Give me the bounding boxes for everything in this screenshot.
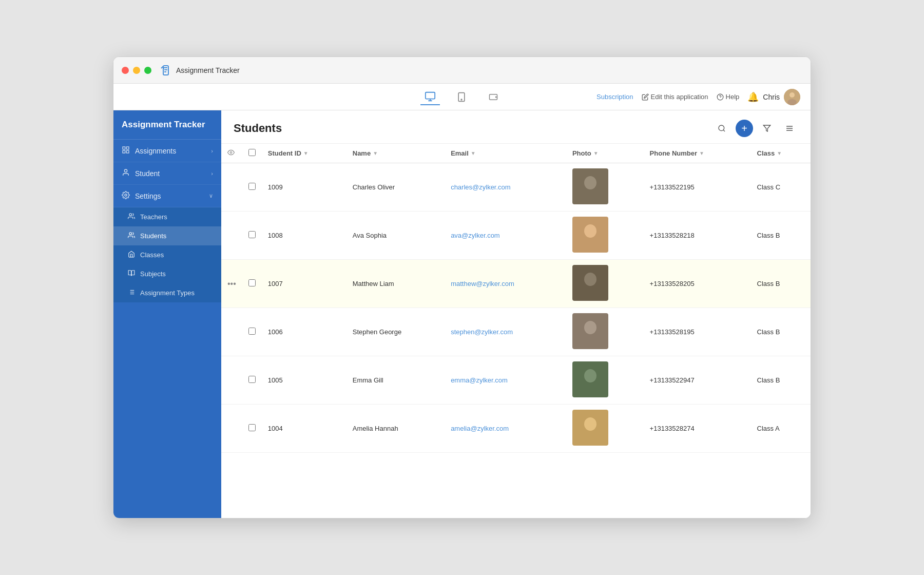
titlebar-app-name: Assignment Tracker: [176, 66, 240, 74]
filter-button[interactable]: [758, 120, 776, 137]
row-email: emma@zylker.com: [445, 356, 566, 405]
minimize-button[interactable]: [133, 67, 140, 74]
sidebar-item-assignment-types[interactable]: Assignment Types: [113, 283, 221, 302]
col-name[interactable]: Name ▼: [346, 144, 445, 163]
sidebar-item-teachers[interactable]: Teachers: [113, 207, 221, 226]
svg-point-4: [496, 97, 497, 98]
select-all-checkbox[interactable]: [248, 149, 256, 156]
sidebar-item-classes[interactable]: Classes: [113, 245, 221, 264]
row-email-link[interactable]: emma@zylker.com: [451, 376, 508, 384]
row-email-link[interactable]: charles@zylker.com: [451, 183, 511, 191]
settings-icon: [122, 191, 130, 201]
row-more-icon[interactable]: •••: [227, 328, 236, 337]
student-photo: [572, 410, 608, 446]
row-more-icon[interactable]: •••: [227, 183, 236, 192]
help-label: Help: [726, 93, 740, 101]
row-checkbox-cell: [242, 405, 262, 453]
row-email-link[interactable]: ava@zylker.com: [451, 232, 500, 239]
col-phone[interactable]: Phone Number ▼: [644, 144, 751, 163]
svg-point-14: [125, 194, 127, 196]
topbar-center: [420, 89, 504, 105]
subscription-link[interactable]: Subscription: [596, 93, 633, 101]
row-photo: [566, 260, 644, 308]
table-row[interactable]: ••• 1009 Charles Oliver charles@zylker.c…: [221, 163, 811, 212]
device-tablet-portrait-icon[interactable]: [452, 89, 471, 105]
device-tablet-landscape-icon[interactable]: [483, 90, 504, 104]
sidebar-subjects-label: Subjects: [140, 270, 166, 278]
svg-point-23: [719, 125, 724, 131]
svg-marker-24: [763, 125, 770, 131]
search-icon: [718, 124, 726, 132]
sidebar-item-students[interactable]: Students: [113, 226, 221, 245]
col-class[interactable]: Class ▼: [751, 144, 811, 163]
maximize-button[interactable]: [144, 67, 151, 74]
row-email: matthew@zylker.com: [445, 260, 566, 308]
row-more-icon[interactable]: •••: [227, 231, 236, 240]
student-icon: [122, 168, 130, 178]
name-sort-icon: ▼: [373, 150, 378, 156]
row-student-id: 1006: [262, 308, 346, 356]
sidebar-item-student[interactable]: Student ›: [113, 162, 221, 185]
row-class: Class A: [751, 405, 811, 453]
row-checkbox[interactable]: [248, 328, 256, 335]
more-options-button[interactable]: [781, 120, 798, 137]
row-checkbox-cell: [242, 356, 262, 405]
row-email-link[interactable]: stephen@zylker.com: [451, 328, 513, 336]
close-button[interactable]: [122, 67, 129, 74]
row-email: ava@zylker.com: [445, 212, 566, 260]
notifications-icon[interactable]: 🔔: [747, 91, 759, 103]
table-row[interactable]: ••• 1004 Amelia Hannah amelia@zylker.com…: [221, 405, 811, 453]
row-more-icon[interactable]: •••: [227, 279, 236, 289]
row-more-icon[interactable]: •••: [227, 376, 236, 385]
subjects-icon: [128, 270, 135, 278]
col-email[interactable]: Email ▼: [445, 144, 566, 163]
sidebar-settings-label: Settings: [135, 192, 161, 200]
student-chevron-icon: ›: [211, 170, 213, 177]
username-label: Chris: [763, 93, 780, 101]
col-student-id[interactable]: Student ID ▼: [262, 144, 346, 163]
svg-rect-0: [426, 92, 435, 99]
row-email-link[interactable]: amelia@zylker.com: [451, 425, 509, 432]
row-checkbox-cell: [242, 163, 262, 212]
student-photo: [572, 313, 608, 349]
student-id-header: Student ID: [268, 149, 301, 157]
row-more-icon[interactable]: •••: [227, 424, 236, 433]
row-photo: [566, 212, 644, 260]
user-avatar[interactable]: [784, 89, 800, 105]
menu-icon: [785, 124, 794, 132]
table-row[interactable]: ••• 1005 Emma Gill emma@zylker.com +1313…: [221, 356, 811, 405]
device-desktop-icon[interactable]: [420, 89, 440, 105]
col-photo[interactable]: Photo ▼: [566, 144, 644, 163]
row-class: Class B: [751, 308, 811, 356]
sidebar-item-settings[interactable]: Settings ∨: [113, 185, 221, 207]
row-phone: +13133528218: [644, 212, 751, 260]
row-email-link[interactable]: matthew@zylker.com: [451, 280, 514, 288]
svg-point-30: [584, 176, 596, 189]
row-photo: [566, 405, 644, 453]
svg-point-15: [129, 214, 132, 216]
row-checkbox[interactable]: [248, 183, 256, 190]
help-link[interactable]: Help: [717, 93, 740, 101]
row-checkbox[interactable]: [248, 424, 256, 431]
add-record-button[interactable]: +: [736, 120, 753, 137]
search-button[interactable]: [713, 120, 730, 137]
table-row[interactable]: ••• 1006 Stephen George stephen@zylker.c…: [221, 308, 811, 356]
row-checkbox[interactable]: [248, 279, 256, 286]
row-checkbox[interactable]: [248, 376, 256, 383]
sidebar-students-label: Students: [140, 232, 166, 240]
svg-point-13: [124, 169, 127, 172]
titlebar: Assignment Tracker: [113, 57, 811, 84]
settings-chevron-icon: ∨: [209, 193, 213, 199]
content-area: Students +: [221, 110, 811, 518]
table-row[interactable]: ••• 1008 Ava Sophia ava@zylker.com +1313…: [221, 212, 811, 260]
edit-application-link[interactable]: Edit this application: [642, 93, 708, 101]
student-photo: [572, 361, 608, 397]
row-checkbox[interactable]: [248, 231, 256, 238]
svg-point-16: [129, 233, 132, 235]
table-row[interactable]: ••• 1007 Matthew Liam matthew@zylker.com…: [221, 260, 811, 308]
sidebar-item-subjects[interactable]: Subjects: [113, 264, 221, 283]
row-actions-cell: •••: [221, 260, 242, 308]
sidebar-item-assignments[interactable]: Assignments ›: [113, 140, 221, 162]
student-photo: [572, 217, 608, 253]
email-sort-icon: ▼: [471, 150, 476, 156]
